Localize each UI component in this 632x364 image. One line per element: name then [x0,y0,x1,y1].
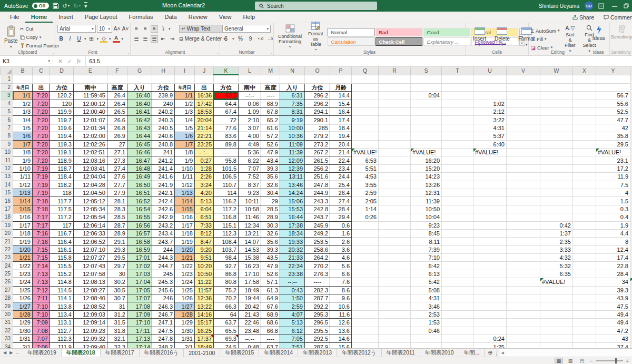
cell-C19[interactable]: 7:17 [33,221,50,229]
cell-N4[interactable]: 7:35 [280,100,305,107]
cell-F10[interactable]: 27.1 [107,149,127,156]
cell-Y9[interactable]: 29.5 [596,140,630,148]
cell-B7[interactable]: 1/5 [13,124,33,132]
decrease-decimal-icon[interactable]: -.0 [267,35,274,43]
row-header-4[interactable]: 4 [1,100,13,107]
cell-O6[interactable]: 290.1 [305,116,330,124]
cell-U25[interactable] [473,270,507,278]
menu-tab-help[interactable]: Help [237,12,261,23]
cell-P34[interactable]: 15.6 [330,343,352,348]
cell-S32[interactable]: 0:46 [411,327,442,335]
cell-N2[interactable]: 入り [280,83,305,91]
cell-X25[interactable] [573,270,596,278]
cell-N11[interactable]: 12:09 [280,156,305,164]
cell-X29[interactable] [573,302,596,310]
cell-C29[interactable]: 7:10 [33,302,50,310]
cell-P10[interactable]: 21.4 [330,149,352,156]
cell-E24[interactable]: 12:07:43 [74,262,107,270]
cell-Q26[interactable] [352,278,379,286]
cell-X32[interactable] [573,327,596,335]
cell-R12[interactable] [379,164,411,172]
cell-W6[interactable] [540,116,573,124]
cell-U27[interactable] [473,286,507,294]
cell-K34[interactable]: 74.5 [214,343,239,348]
cell-B28[interactable]: 1/26 [13,294,33,302]
cell-Y17[interactable]: 0.3 [596,205,630,213]
cell-U12[interactable] [473,164,507,172]
cell-I19[interactable]: 1/17 [175,221,195,229]
restore-button[interactable] [624,3,631,8]
cell-G13[interactable]: 16:49 [127,173,152,181]
delete-cells-button[interactable]: Delete▾ [492,25,512,49]
cell-G22[interactable]: 16:59 [127,245,152,253]
row-header-28[interactable]: 28 [1,294,13,302]
row-header-30[interactable]: 30 [1,310,13,318]
cell-Y5[interactable]: 52.5 [596,108,630,116]
cell-I16[interactable]: 1/14 [175,197,195,205]
row-header-1[interactable]: 1 [1,75,13,83]
cell-M3[interactable]: ---- [261,92,280,100]
cell-T21[interactable] [442,238,473,245]
cell-S11[interactable]: 16:20 [411,156,442,164]
cell-L13[interactable]: 7:52 [239,173,261,181]
cell-S3[interactable]: 0:04 [411,92,442,100]
cell-C20[interactable]: 7:16 [33,229,50,237]
cell-E29[interactable]: 12:08:52 [74,302,107,310]
cell-E25[interactable]: 12:07:58 [74,270,107,278]
cell-G25[interactable]: 17:03 [127,270,152,278]
col-header-M[interactable]: M [261,67,280,75]
cell-Y23[interactable]: 17.4 [596,254,630,262]
formula-input[interactable]: 63.5 [86,56,632,66]
cell-V25[interactable] [507,270,540,278]
cell-E12[interactable]: 12:03:41 [74,164,107,172]
col-header-F[interactable]: F [107,67,127,75]
cell-M33[interactable]: ---- [261,335,280,343]
col-header-Y[interactable]: Y [596,67,630,75]
increase-indent-icon[interactable]: ⇥ [169,35,176,43]
orientation-icon[interactable]: ⤵ [160,25,167,33]
cell-V30[interactable] [507,310,540,318]
cell-L23[interactable]: 15:38 [239,254,261,262]
cell-N10[interactable]: 11:39 [280,149,305,156]
cell-F12[interactable]: 27.4 [107,164,127,172]
cell-C16[interactable]: 7:18 [33,197,50,205]
cell-G29[interactable]: 17:08 [127,302,152,310]
cell-G18[interactable]: 16:55 [127,213,152,221]
cell-T4[interactable] [442,100,473,107]
cell-I22[interactable]: 1/20 [175,245,195,253]
cell-O15[interactable]: 244.9 [305,189,330,196]
cell-J12[interactable]: 1:28 [195,164,214,172]
cell-I21[interactable]: 1/19 [175,238,195,245]
cell-P3[interactable]: 14.4 [330,92,352,100]
cell-R34[interactable] [379,343,411,348]
cell-H20[interactable]: 243.4 [152,229,175,237]
cell-O32[interactable]: 295.5 [305,327,330,335]
cell-H4[interactable]: 240 [152,100,175,107]
cell-L29[interactable]: 20:42 [239,302,261,310]
cell-V18[interactable] [507,213,540,221]
cell-G12[interactable]: 16:48 [127,164,152,172]
cell-Q8[interactable] [352,132,379,140]
cell-U34[interactable]: 1:25 [473,343,507,348]
cell-N25[interactable]: 23:38 [280,270,305,278]
cell-D18[interactable]: 117.2 [50,213,74,221]
cell-F33[interactable]: 32.1 [107,335,127,343]
cell-Y13[interactable]: 11.9 [596,173,630,181]
cell-S21[interactable]: 8:11 [411,238,442,245]
cell-R14[interactable] [379,181,411,189]
cell-F25[interactable]: 30 [107,270,127,278]
cell-V22[interactable] [507,245,540,253]
cell-H24[interactable]: 244.7 [152,262,175,270]
cell-T15[interactable] [442,189,473,196]
cell-J27[interactable]: 11:57 [195,286,214,294]
cell-F23[interactable]: 29.5 [107,254,127,262]
customize-quick-access-icon[interactable]: ▾ [84,2,87,9]
cell-V12[interactable] [507,164,540,172]
cell-R6[interactable] [379,116,411,124]
cell-S10[interactable]: #VALUE! [411,149,442,156]
hscroll-left-icon[interactable]: ◀ [499,351,506,355]
cell-N6[interactable]: 9:19 [280,116,305,124]
cell-T27[interactable] [442,286,473,294]
cell-T14[interactable] [442,181,473,189]
cell-P17[interactable]: 28.4 [330,205,352,213]
